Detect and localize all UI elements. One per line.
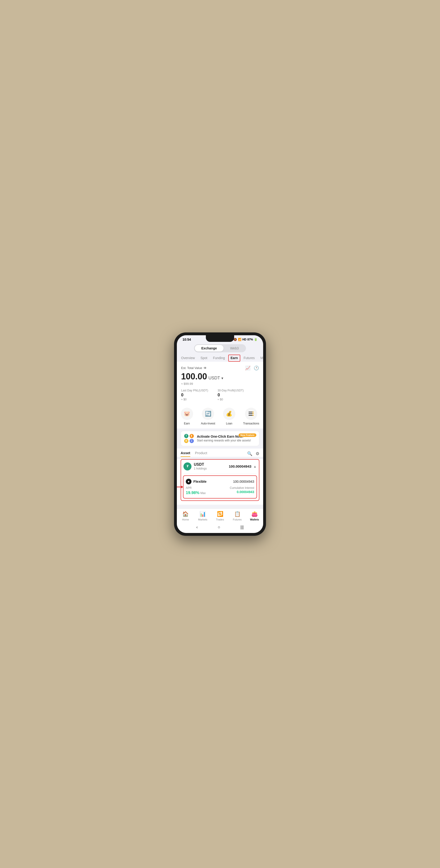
last-day-pnl-approx: ≈ $0 [181, 398, 208, 401]
svg-rect-5 [252, 415, 254, 416]
system-navigation: ‹ ○ ||| [177, 522, 263, 533]
action-auto-invest[interactable]: 🔄 Auto-Invest [201, 408, 215, 425]
nav-home[interactable]: 🏠 Home [177, 511, 194, 521]
home-nav-label: Home [182, 518, 189, 521]
tab-spot[interactable]: Spot [198, 354, 210, 362]
asset-list: ₮ USDT 1 holdings 100.00004943 ▲ [177, 459, 263, 501]
loan-label: Loan [226, 422, 232, 425]
eye-icon[interactable]: 👁 [203, 366, 207, 370]
total-value-display: 100.00 USDT ▾ [181, 372, 259, 381]
nav-tabs: Overview Spot Funding Earn Futures Margi… [177, 353, 263, 362]
chart-icon[interactable]: 📈 [245, 366, 250, 371]
est-total-label-text: Est. Total Value [181, 366, 202, 370]
last-day-pnl: Last Day PNL(USDT) 0 ≈ $0 [181, 389, 208, 401]
loan-icon: 💰 [223, 408, 235, 420]
futures-nav-label: Futures [233, 518, 242, 521]
back-button[interactable]: ‹ [196, 525, 198, 530]
usdt-expand-icon[interactable]: ▲ [253, 465, 257, 468]
filter-icon[interactable]: ⚙ [256, 451, 259, 456]
svg-rect-3 [252, 412, 254, 412]
tether-coin-icon: T [184, 434, 189, 438]
wifi-icon: 📶 [238, 338, 241, 341]
tab-earn[interactable]: Earn [228, 354, 240, 362]
usdt-holdings: 1 holdings [194, 467, 207, 470]
bottom-navigation: 🏠 Home 📊 Markets 🔁 Trades 📋 Futures 👛 Wa… [177, 508, 263, 522]
nav-markets[interactable]: 📊 Markets [194, 511, 211, 521]
currency-chevron[interactable]: ▾ [222, 376, 223, 380]
trades-nav-label: Trades [216, 518, 224, 521]
apr-value: 19.98% [186, 491, 200, 495]
tab-margin[interactable]: Margin [258, 354, 263, 362]
est-total-header: Est. Total Value 👁 📈 🕐 [181, 366, 259, 371]
action-earn[interactable]: 🐷 Earn [181, 408, 193, 425]
wallets-icon: 👛 [251, 511, 258, 517]
nav-trades[interactable]: 🔁 Trades [211, 511, 229, 521]
tab-overview[interactable]: Overview [179, 354, 197, 362]
flexible-product-row[interactable]: ◆ Flexible 100.00004943 APR 19.98% Max [183, 475, 257, 499]
eth-coin-icon: Ξ [190, 439, 194, 443]
apr-label: APR [186, 486, 206, 490]
recent-button[interactable]: ||| [240, 525, 244, 530]
search-icon[interactable]: 🔍 [247, 451, 252, 456]
wallets-nav-label: Wallets [250, 518, 259, 521]
asset-product-tabs: Asset Product 🔍 ⚙ [177, 448, 263, 457]
thirty-day-approx: ≈ $0 [217, 398, 244, 401]
new-feature-badge: New Feature [239, 433, 256, 437]
exchange-tab[interactable]: Exchange [195, 345, 224, 351]
svg-marker-7 [181, 486, 183, 488]
approx-usd: ≈ $99.99 [181, 382, 259, 385]
apr-max: Max [200, 491, 206, 495]
action-loan[interactable]: 💰 Loan [223, 408, 235, 425]
asset-tab[interactable]: Asset [181, 451, 190, 457]
flexible-label: Flexible [193, 479, 207, 484]
pnl-section: Last Day PNL(USDT) 0 ≈ $0 30-Day Profit(… [181, 389, 259, 404]
banner-coins: T ₿ B Ξ [184, 434, 194, 443]
home-button[interactable]: ○ [218, 525, 221, 530]
trades-icon: 🔁 [217, 511, 223, 517]
earn-action-label: Earn [184, 422, 190, 425]
tab-funding[interactable]: Funding [210, 354, 227, 362]
quick-actions: 🐷 Earn 🔄 Auto-Invest 💰 Loan [177, 404, 263, 429]
thirty-day-label: 30-Day Profit(USDT) [217, 389, 244, 392]
usdt-asset-value: 100.00004943 [229, 464, 251, 468]
last-day-pnl-label: Last Day PNL(USDT) [181, 389, 208, 392]
action-transactions[interactable]: Transactions [243, 408, 259, 425]
total-value-number: 100.00 [181, 372, 207, 381]
one-click-earn-banner[interactable]: New Feature T ₿ B Ξ Activate One-Click E… [181, 431, 259, 446]
home-icon: 🏠 [182, 511, 189, 517]
usdt-asset-row[interactable]: ₮ USDT 1 holdings 100.00004943 ▲ [181, 460, 259, 473]
flexible-value: 100.00004943 [233, 479, 254, 484]
markets-nav-label: Markets [198, 518, 207, 521]
banner-subtitle: Start earning rewards with your idle ass… [197, 439, 251, 442]
usdt-asset-name: USDT [194, 462, 207, 467]
currency-label: USDT [208, 376, 220, 380]
svg-rect-4 [252, 413, 254, 414]
main-content: Est. Total Value 👁 📈 🕐 100.00 USDT ▾ ≈ $… [177, 362, 263, 404]
thirty-day-value: 0 [217, 393, 244, 398]
auto-invest-icon: 🔄 [202, 408, 214, 420]
flexible-details: APR 19.98% Max Cumulative Interest 0.000… [186, 486, 254, 495]
nav-futures[interactable]: 📋 Futures [229, 511, 246, 521]
history-icon[interactable]: 🕐 [254, 366, 259, 371]
tab-futures[interactable]: Futures [241, 354, 257, 362]
usdt-asset-left: ₮ USDT 1 holdings [183, 462, 207, 470]
auto-invest-label: Auto-Invest [201, 422, 215, 425]
battery-icon: 87% [247, 338, 253, 341]
btc-coin-icon: ₿ [190, 434, 194, 438]
status-icons: 🔕 📶 HD 87% 🔋 [233, 338, 258, 341]
usdt-coin-icon: ₮ [183, 462, 192, 470]
battery-bar: 🔋 [254, 338, 258, 341]
status-time: 10:54 [182, 338, 191, 341]
signal-icon: HD [242, 338, 246, 341]
mode-tab-switcher: Exchange Web3 [177, 342, 263, 353]
web3-tab[interactable]: Web3 [224, 345, 245, 351]
nav-wallets[interactable]: 👛 Wallets [246, 511, 263, 521]
futures-nav-icon: 📋 [234, 511, 240, 517]
last-day-pnl-value: 0 [181, 393, 208, 398]
product-tab[interactable]: Product [195, 451, 207, 457]
flexible-header: ◆ Flexible 100.00004943 [186, 479, 254, 484]
thirty-day-profit: 30-Day Profit(USDT) 0 ≈ $0 [217, 389, 244, 401]
flexible-product-icon: ◆ [186, 479, 192, 484]
cumulative-value: 0.00004943 [230, 490, 254, 494]
transactions-icon [245, 408, 257, 420]
